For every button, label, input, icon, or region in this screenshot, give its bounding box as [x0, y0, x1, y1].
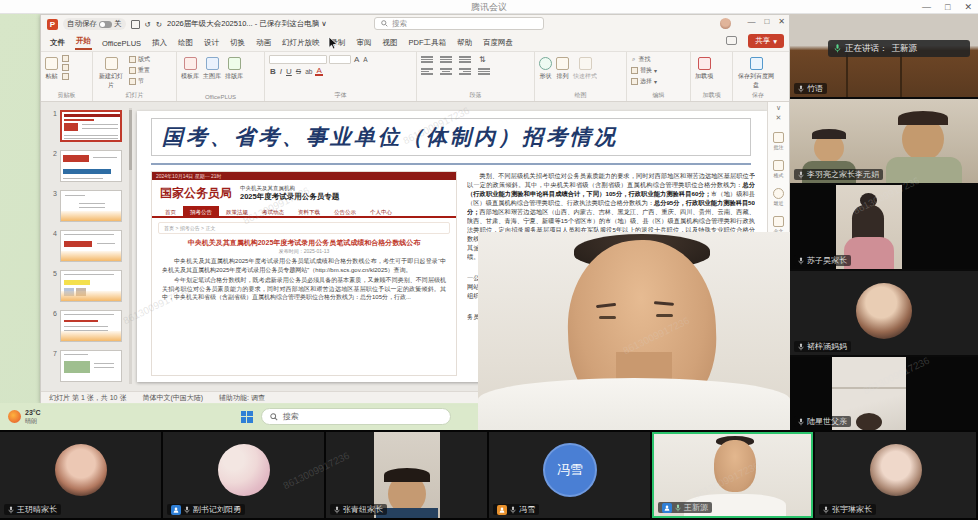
align-left-icon[interactable] — [421, 68, 433, 75]
font-name-select[interactable] — [269, 55, 327, 64]
windows-start-button[interactable] — [241, 411, 253, 423]
italic-button[interactable]: I — [279, 67, 283, 76]
document-title[interactable]: 2026届年级大会202510... - 已保存到这台电脑 ∨ — [167, 19, 327, 29]
tab-transitions[interactable]: 切换 — [229, 36, 246, 50]
thumbnail-item[interactable]: 2 — [47, 150, 122, 182]
tab-baidu-pan[interactable]: 百度网盘 — [482, 36, 514, 50]
shapes-button[interactable]: 形状 — [539, 55, 552, 81]
close-button[interactable]: ✕ — [964, 0, 972, 14]
paste-button[interactable]: 粘贴 — [45, 55, 58, 81]
tab-home[interactable]: 开始 — [75, 34, 92, 50]
bullets-icon[interactable] — [421, 56, 433, 63]
video-tile[interactable]: 张宇琳家长 — [815, 432, 976, 518]
section-button[interactable]: 节 — [129, 77, 150, 86]
undo-icon[interactable]: ↺ — [145, 20, 151, 29]
tab-review[interactable]: 审阅 — [356, 36, 373, 50]
close-icon[interactable]: ✕ — [776, 114, 782, 122]
account-avatar[interactable] — [720, 18, 731, 29]
justify-icon[interactable] — [478, 68, 490, 75]
presenter-camera-overlay[interactable] — [478, 232, 790, 430]
addins-button[interactable]: 加载项 — [695, 55, 713, 81]
slide-5-thumbnail[interactable] — [60, 270, 122, 302]
find-button[interactable]: ⌕查找 — [631, 55, 657, 64]
slide-6-thumbnail[interactable] — [60, 310, 122, 342]
thumbnail-item[interactable]: 6 — [47, 310, 122, 342]
line-spacing-icon[interactable]: ⇅ — [478, 55, 487, 64]
language-status[interactable]: 简体中文(中国大陆) — [142, 393, 203, 403]
share-button[interactable]: 共享▾ — [748, 34, 784, 48]
ppt-search-input[interactable]: 搜索 — [374, 17, 544, 30]
underline-button[interactable]: U — [285, 67, 293, 76]
slide-7-thumbnail[interactable] — [60, 350, 122, 382]
thumbnail-item[interactable]: 3 — [47, 190, 122, 222]
slide-4-thumbnail[interactable] — [60, 230, 122, 262]
replace-button[interactable]: 替换 ▾ — [631, 66, 657, 75]
cut-icon[interactable] — [62, 55, 69, 62]
comments-icon[interactable] — [726, 36, 737, 45]
video-tile[interactable]: 张青纽家长 — [326, 432, 487, 518]
select-button[interactable]: 选择 ▾ — [631, 77, 657, 86]
tab-design[interactable]: 设计 — [203, 36, 220, 50]
strikethrough-button[interactable]: S — [295, 67, 302, 76]
clipboard-small-buttons[interactable] — [62, 55, 69, 80]
thumbnail-scrollbar[interactable] — [129, 108, 132, 384]
indent-icon[interactable] — [459, 56, 471, 63]
align-center-icon[interactable] — [440, 68, 452, 75]
redo-icon[interactable]: ↻ — [156, 20, 162, 29]
new-slide-button[interactable]: 新建幻灯片 — [97, 55, 125, 90]
autosave-toggle[interactable]: 自动保存 关 — [63, 18, 126, 30]
save-to-pan-button[interactable]: 保存到百度网盘 — [737, 55, 775, 90]
thumbnail-item[interactable]: 1 — [47, 110, 122, 142]
thumbnail-item[interactable]: 4 — [47, 230, 122, 262]
taskbar-search-input[interactable]: 搜索 — [261, 408, 451, 425]
active-speaker-tile[interactable]: 王新源 — [652, 432, 813, 518]
tab-pdf-tools[interactable]: PDF工具箱 — [408, 36, 448, 50]
arrange-button[interactable]: 排列 — [556, 55, 569, 81]
tab-officeplus[interactable]: OfficePLUS — [101, 37, 142, 50]
font-size-select[interactable] — [329, 55, 351, 64]
shrink-font-icon[interactable]: A — [362, 56, 368, 63]
taskbar-weather-widget[interactable]: 23°C 晴朗 — [8, 409, 41, 425]
video-tile[interactable]: 王玥晴家长 — [0, 432, 161, 518]
format-tool-button[interactable]: 格式 — [773, 160, 784, 178]
video-tile[interactable]: 李羽亮之家长李元娟 — [790, 99, 978, 183]
tab-view[interactable]: 视图 — [382, 36, 399, 50]
thumbnail-item[interactable]: 7 — [47, 350, 122, 382]
layout-lib-button[interactable]: 排版库 — [225, 55, 243, 81]
accessibility-status[interactable]: 辅助功能: 调查 — [219, 393, 265, 403]
clear-format-button[interactable]: ab — [304, 68, 313, 75]
minimize-button[interactable]: — — [922, 0, 931, 14]
recent-tool-button[interactable]: 最近 — [773, 188, 784, 206]
tab-insert[interactable]: 插入 — [151, 36, 168, 50]
tab-slideshow[interactable]: 幻灯片放映 — [281, 36, 321, 50]
format-painter-icon[interactable] — [62, 73, 69, 80]
layout-button[interactable]: 版式 — [129, 55, 150, 64]
tab-file[interactable]: 文件 — [49, 36, 66, 50]
font-color-button[interactable]: A — [315, 67, 322, 76]
tab-help[interactable]: 帮助 — [456, 36, 473, 50]
tab-draw[interactable]: 绘图 — [177, 36, 194, 50]
video-tile[interactable]: 苏子昊家长 — [790, 185, 978, 269]
comments-tool-button[interactable]: 批注 — [773, 132, 784, 150]
template-lib-button[interactable]: 模板库 — [181, 55, 199, 81]
copy-icon[interactable] — [62, 64, 69, 71]
align-right-icon[interactable] — [459, 68, 471, 75]
video-tile[interactable]: 冯雪 冯雪 — [489, 432, 650, 518]
reset-button[interactable]: 重置 — [129, 66, 150, 75]
ppt-close-button[interactable]: ✕ — [778, 17, 785, 26]
grow-font-icon[interactable]: A — [353, 55, 360, 64]
video-tile[interactable]: 褚梓涵妈妈 — [790, 271, 978, 355]
bold-button[interactable]: B — [269, 67, 277, 76]
slide-2-thumbnail[interactable] — [60, 150, 122, 182]
ppt-maximize-button[interactable]: □ — [764, 17, 769, 26]
maximize-button[interactable]: □ — [945, 0, 950, 14]
image-lib-button[interactable]: 主图库 — [203, 55, 221, 81]
slide-1-thumbnail[interactable] — [60, 110, 122, 142]
tab-animations[interactable]: 动画 — [255, 36, 272, 50]
save-icon[interactable] — [131, 20, 140, 29]
video-tile[interactable]: 副书记刘阳勇 — [163, 432, 324, 518]
collapse-icon[interactable]: ∨ — [776, 104, 781, 112]
quick-styles-button[interactable]: 快速样式 — [573, 55, 597, 81]
numbering-icon[interactable] — [440, 56, 452, 63]
slide-3-thumbnail[interactable] — [60, 190, 122, 222]
